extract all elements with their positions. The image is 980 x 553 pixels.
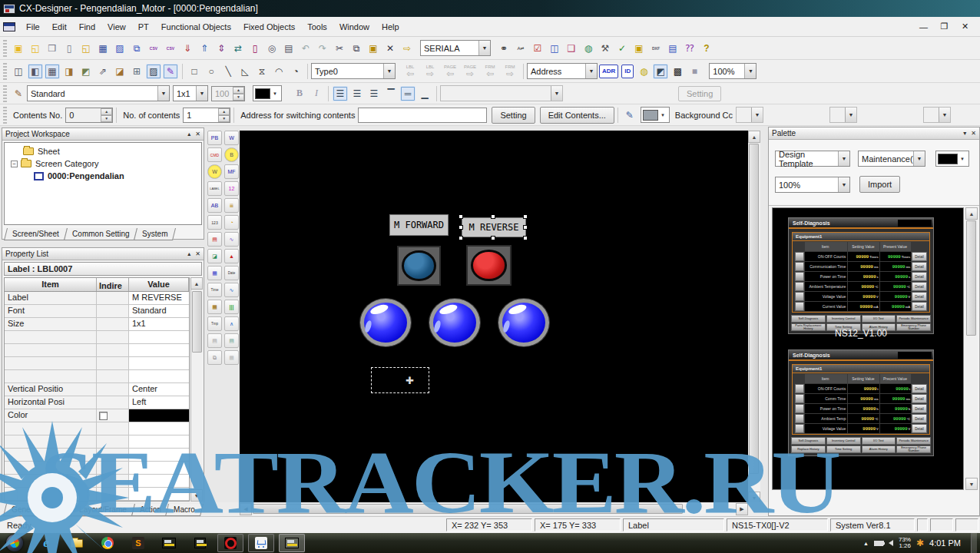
menu-item[interactable]: Find [73, 19, 101, 35]
screen-canvas[interactable]: M FORWARD M REVERSE ✚ [240, 131, 748, 504]
edit-mode-icon[interactable]: ✎ [163, 64, 178, 79]
date-object-icon[interactable]: Date [224, 266, 239, 280]
background-color-dropdown[interactable]: ▼ [641, 107, 670, 123]
taskbar-s-app-icon[interactable]: S [125, 534, 151, 552]
valign-bottom-icon[interactable]: ▁ [417, 86, 432, 101]
battery-status[interactable]: 73%1:26 [899, 537, 911, 549]
invert-display-icon[interactable]: ◩ [653, 64, 668, 79]
zoom-combo[interactable]: 100%▼ [709, 63, 757, 79]
taskbar-ie-icon[interactable]: e [33, 534, 59, 552]
property-row[interactable] [5, 331, 189, 344]
arc-tool-icon[interactable]: ◠ [271, 64, 286, 79]
property-list-toggle-icon[interactable]: ▦ [45, 64, 60, 79]
data-log-graph-icon[interactable]: ∿ [224, 283, 239, 297]
undo-icon[interactable]: ↶ [298, 41, 313, 56]
frame-next-button[interactable]: FRM ⇨ [501, 65, 519, 78]
cut-icon[interactable]: ✂ [332, 41, 347, 56]
template-preview-ns12[interactable]: Self-Diagnosis Equipment1 Item Setting V… [788, 217, 934, 334]
toolbar-grip[interactable] [3, 40, 7, 57]
canvas-hscrollbar[interactable]: ◀ ▶ [240, 503, 748, 515]
level-meter-icon[interactable]: ▤ [207, 232, 222, 247]
polygon-tool-icon[interactable]: ◺ [237, 64, 253, 79]
menu-item[interactable]: Window [333, 19, 376, 35]
contents-setting-button[interactable]: Setting [492, 107, 535, 124]
palette-style-combo[interactable]: Maintenance(C▼ [858, 151, 925, 167]
menu-item[interactable]: Tools [301, 19, 333, 35]
label-next-button[interactable]: LBL ⇨ [421, 65, 439, 78]
taskbar-explorer-icon[interactable] [64, 534, 90, 552]
bit-lamp-icon[interactable]: B [224, 147, 239, 162]
recipe-table-icon[interactable]: ▦ [224, 350, 239, 365]
workspace-tab[interactable]: System [134, 228, 176, 240]
taskbar-red-app-icon[interactable] [217, 534, 243, 552]
multifunction-icon[interactable]: MF [224, 164, 239, 179]
video-display-icon[interactable]: ▦ [207, 266, 222, 280]
menu-item[interactable]: Functional Objects [155, 19, 237, 35]
pilot-lamp-1[interactable] [360, 299, 411, 346]
analogue-meter-icon[interactable]: ◔ [224, 215, 239, 230]
selection-handle[interactable] [459, 225, 463, 230]
property-row[interactable] [5, 422, 189, 435]
open-screen-icon[interactable]: ◱ [78, 41, 94, 56]
import-button[interactable]: Import [859, 176, 900, 193]
tree-item-sheet[interactable]: Sheet [5, 145, 201, 157]
clock[interactable]: 4:01 PM [929, 538, 961, 548]
polyline-tool-icon[interactable]: ⧖ [254, 64, 270, 79]
property-page-tab[interactable]: Macro [165, 504, 204, 516]
workspace-toggle-icon[interactable]: ◧ [28, 64, 43, 79]
property-row[interactable] [5, 488, 189, 501]
text-color-dropdown[interactable]: ▼ [253, 85, 282, 101]
text-string-combo[interactable]: ▼ [440, 85, 563, 101]
consecutive-line-icon[interactable]: ▲ [224, 249, 239, 263]
check-document-icon[interactable]: ✓ [614, 41, 630, 56]
symbol-table-icon[interactable]: ◍ [581, 41, 596, 56]
symbol-grid-icon[interactable]: ⊞ [129, 64, 144, 79]
redo-icon[interactable]: ↷ [315, 41, 330, 56]
selection-handle[interactable] [491, 214, 495, 219]
goto-screen-icon[interactable]: ⇗ [95, 64, 111, 79]
close-icon[interactable]: ✕ [195, 250, 200, 257]
chevron-down-icon[interactable]: ▼ [383, 64, 395, 78]
collapse-icon[interactable]: ▾ [963, 130, 966, 137]
taskbar-cx-programmer-icon[interactable] [156, 534, 182, 552]
restore-button[interactable]: ❐ [934, 20, 955, 34]
background-painter-icon[interactable]: ✎ [622, 108, 637, 123]
property-page-tab[interactable]: Text [44, 504, 74, 516]
library-window-icon[interactable]: ◪ [112, 64, 127, 79]
word-button-icon[interactable]: W [224, 131, 239, 145]
find-icon[interactable]: ⚭ [496, 41, 512, 56]
save-icon[interactable]: ▦ [95, 41, 111, 56]
csv-import-icon[interactable]: CSV [146, 41, 161, 56]
check-folder-icon[interactable]: ▣ [631, 41, 647, 56]
reverse-pushbutton[interactable] [466, 245, 512, 286]
tray-app-icon[interactable]: ✱ [916, 538, 924, 548]
frame-prev-button[interactable]: FRM ⇦ [481, 65, 499, 78]
page-prev-button[interactable]: PAGE ⇦ [441, 65, 459, 78]
property-row[interactable]: Label M REVERSE [5, 292, 189, 305]
palette-zoom-combo[interactable]: 100%▼ [775, 177, 850, 193]
chevron-down-icon[interactable]: ▼ [744, 64, 756, 78]
new-project-icon[interactable]: ▣ [11, 41, 26, 56]
selection-handle[interactable] [523, 225, 528, 230]
broken-line-graph-icon[interactable]: ∿ [224, 232, 239, 247]
switch-address-field[interactable] [358, 108, 487, 123]
speaker-icon[interactable] [889, 540, 893, 546]
sector-tool-icon[interactable]: ◔ [288, 64, 303, 79]
bitmap-icon[interactable]: ◪ [207, 249, 222, 263]
property-row[interactable]: Font Standard [5, 305, 189, 318]
toolbar-grip[interactable] [3, 63, 7, 80]
property-row[interactable]: Color [5, 409, 189, 422]
forward-label-object[interactable]: M FORWARD [389, 214, 449, 236]
symbol-combo[interactable]: SERIALA▼ [420, 40, 491, 56]
menu-item[interactable]: View [101, 19, 132, 35]
pattern-dark-icon[interactable]: ▩ [670, 64, 685, 79]
rectangle-tool-icon[interactable]: □ [187, 64, 202, 79]
pb-button-icon[interactable]: PB [207, 131, 222, 145]
selection-handle[interactable] [491, 236, 495, 240]
menu-item[interactable]: PT [132, 19, 155, 35]
indirect-checkbox[interactable] [99, 412, 108, 420]
property-row[interactable] [5, 435, 189, 449]
palette-scrollbar[interactable]: ▲ ▼ [965, 207, 978, 490]
valign-middle-icon[interactable]: ═ [400, 86, 416, 101]
type-combo[interactable]: Type0▼ [311, 63, 396, 79]
